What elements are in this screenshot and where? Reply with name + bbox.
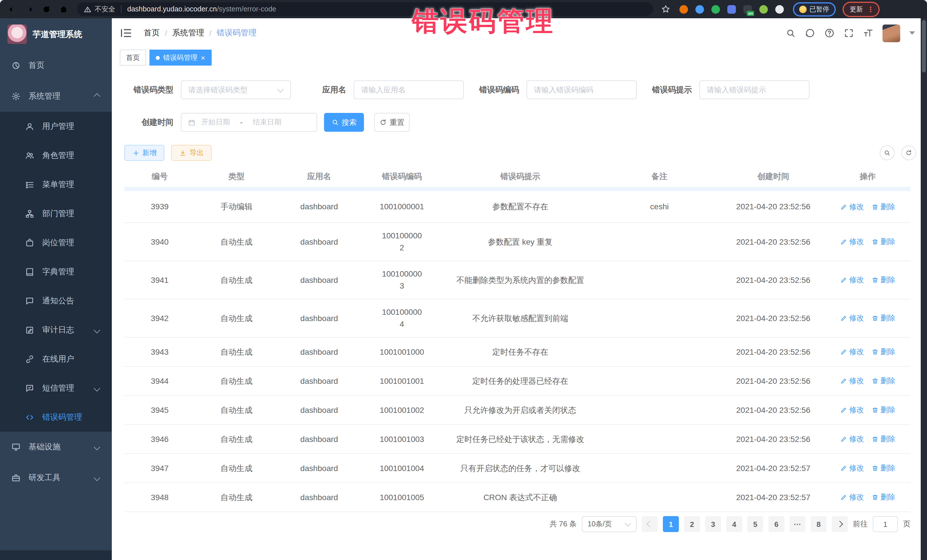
delete-link[interactable]: 删除	[871, 375, 895, 387]
delete-link[interactable]: 删除	[871, 405, 895, 416]
header-action-icon[interactable]	[844, 28, 854, 38]
extension-icon[interactable]	[711, 5, 720, 14]
sidebar-item[interactable]: 用户管理	[0, 112, 112, 141]
delete-link[interactable]: 删除	[871, 275, 895, 286]
delete-link[interactable]: 删除	[871, 463, 895, 474]
refresh-table-button[interactable]	[901, 146, 916, 160]
extension-icon[interactable]	[679, 5, 688, 14]
sidebar-item[interactable]: 部门管理	[0, 199, 112, 228]
page-number-button[interactable]: 8	[811, 516, 827, 532]
back-icon[interactable]	[8, 4, 17, 14]
extension-icon[interactable]	[727, 5, 736, 14]
app-logo[interactable]: 芋道管理系统	[0, 18, 112, 50]
edit-link[interactable]: 修改	[840, 237, 864, 247]
table-row[interactable]: 3946 自动生成 dashboard 1001001003 定时任务已经处于该…	[125, 425, 910, 454]
extension-icon[interactable]: on	[743, 5, 752, 14]
filter-input[interactable]: 请输入错误码提示	[699, 80, 810, 99]
breadcrumb-home[interactable]: 首页	[144, 28, 160, 38]
edit-link[interactable]: 修改	[840, 375, 864, 387]
sidebar-toggle-icon[interactable]	[121, 29, 131, 37]
prev-page-button[interactable]	[642, 516, 658, 532]
add-button[interactable]: 新增	[125, 145, 164, 161]
table-row[interactable]: 3947 自动生成 dashboard 1001001004 只有开启状态的任务…	[125, 454, 910, 483]
header-action-icon[interactable]	[786, 28, 796, 38]
edit-link[interactable]: 修改	[840, 434, 864, 445]
table-row[interactable]: 3941 自动生成 dashboard 100100000 3 不能删除类型为系…	[125, 261, 910, 299]
page-number-button[interactable]: 3	[705, 516, 721, 532]
edit-link[interactable]: 修改	[840, 201, 864, 212]
tab-close-icon[interactable]: ×	[201, 54, 205, 61]
edit-link[interactable]: 修改	[840, 492, 864, 503]
sidebar-item[interactable]: 错误码管理	[0, 403, 112, 432]
page-tab[interactable]: 首页	[120, 50, 146, 65]
header-action-icon[interactable]	[824, 28, 834, 38]
header-action-icon[interactable]	[805, 28, 815, 38]
browser-update-button[interactable]: 更新 ⋮	[842, 2, 879, 17]
toggle-search-button[interactable]	[880, 146, 895, 160]
bookmark-star-icon[interactable]	[661, 5, 670, 14]
reload-icon[interactable]	[42, 4, 51, 14]
page-number-button[interactable]: 4	[726, 516, 742, 532]
security-label[interactable]: 不安全	[95, 4, 115, 14]
avatar-caret-down-icon[interactable]	[909, 31, 915, 35]
extension-icon[interactable]	[759, 5, 768, 14]
search-button[interactable]: 搜索	[324, 113, 364, 132]
edit-link[interactable]: 修改	[840, 405, 864, 416]
table-row[interactable]: 3942 自动生成 dashboard 100100000 4 不允许获取敏感配…	[125, 299, 910, 338]
delete-link[interactable]: 删除	[871, 346, 895, 358]
header-action-icon[interactable]	[863, 28, 873, 38]
next-page-button[interactable]	[832, 516, 848, 532]
extension-icon[interactable]	[775, 5, 784, 14]
sidebar-item[interactable]: 菜单管理	[0, 170, 112, 199]
sidebar-item[interactable]: 岗位管理	[0, 228, 112, 257]
page-number-button[interactable]: ···	[790, 516, 805, 532]
page-size-select[interactable]: 10条/页	[582, 516, 637, 532]
table-row[interactable]: 3943 自动生成 dashboard 1001001000 定时任务不存在 2…	[125, 338, 910, 367]
sidebar-item[interactable]: 基础设施	[0, 432, 112, 463]
page-number-button[interactable]: 6	[768, 516, 784, 532]
sidebar-item[interactable]: 研发工具	[0, 463, 112, 493]
extension-icon[interactable]	[695, 5, 704, 14]
forward-icon[interactable]	[24, 4, 34, 14]
sidebar-item[interactable]: 系统管理	[0, 81, 112, 112]
delete-link[interactable]: 删除	[871, 313, 895, 324]
sidebar-item[interactable]: 字典管理	[0, 257, 112, 286]
reset-button[interactable]: 重置	[374, 113, 410, 132]
table-row[interactable]: 3945 自动生成 dashboard 1001001002 只允许修改为开启或…	[125, 396, 910, 425]
page-number-button[interactable]: 5	[747, 516, 763, 532]
edit-link[interactable]: 修改	[840, 313, 864, 324]
page-scrollbar[interactable]	[921, 18, 927, 560]
scrollbar-thumb[interactable]	[922, 20, 926, 73]
edit-link[interactable]: 修改	[840, 463, 864, 474]
address-bar[interactable]: 不安全 dashboard.yudao.iocoder.cn /system/e…	[77, 2, 653, 16]
delete-link[interactable]: 删除	[871, 434, 895, 445]
browser-home-icon[interactable]	[59, 4, 68, 14]
sidebar-item[interactable]: 首页	[0, 50, 112, 81]
sidebar-item[interactable]: 审计日志	[0, 316, 112, 344]
delete-link[interactable]: 删除	[871, 201, 895, 212]
table-row[interactable]: 3948 自动生成 dashboard 1001001005 CRON 表达式不…	[125, 483, 910, 512]
delete-link[interactable]: 删除	[871, 237, 895, 247]
browser-menu-dots-icon[interactable]: ⋮	[867, 5, 874, 14]
table-row[interactable]: 3944 自动生成 dashboard 1001001001 定时任务的处理器已…	[125, 367, 910, 396]
date-range-picker[interactable]: 开始日期 - 结束日期	[181, 113, 317, 132]
table-row[interactable]: 3939 手动编辑 dashboard 1001000001 参数配置不存在 c…	[125, 191, 910, 223]
sidebar-item[interactable]: 通知公告	[0, 286, 112, 316]
goto-page-input[interactable]	[873, 516, 898, 532]
filter-input[interactable]: 请选择错误码类型	[181, 80, 291, 99]
filter-input[interactable]: 请输入错误码编码	[527, 80, 637, 99]
user-avatar[interactable]	[883, 24, 900, 42]
page-number-button[interactable]: 1	[663, 516, 679, 532]
sidebar-item[interactable]: 短信管理	[0, 373, 112, 403]
profile-paused-pill[interactable]: 已暂停	[793, 2, 836, 16]
page-tab[interactable]: 错误码管理 ×	[149, 50, 211, 65]
export-button[interactable]: 导出	[171, 145, 212, 161]
breadcrumb-system[interactable]: 系统管理	[172, 28, 204, 38]
sidebar-item[interactable]: 角色管理	[0, 141, 112, 170]
delete-link[interactable]: 删除	[871, 492, 895, 503]
edit-link[interactable]: 修改	[840, 346, 864, 358]
page-number-button[interactable]: 2	[684, 516, 700, 532]
filter-input[interactable]: 请输入应用名	[354, 80, 464, 99]
table-row[interactable]: 3940 自动生成 dashboard 100100000 2 参数配置 key…	[125, 223, 910, 261]
sidebar-item[interactable]: 在线用户	[0, 344, 112, 373]
